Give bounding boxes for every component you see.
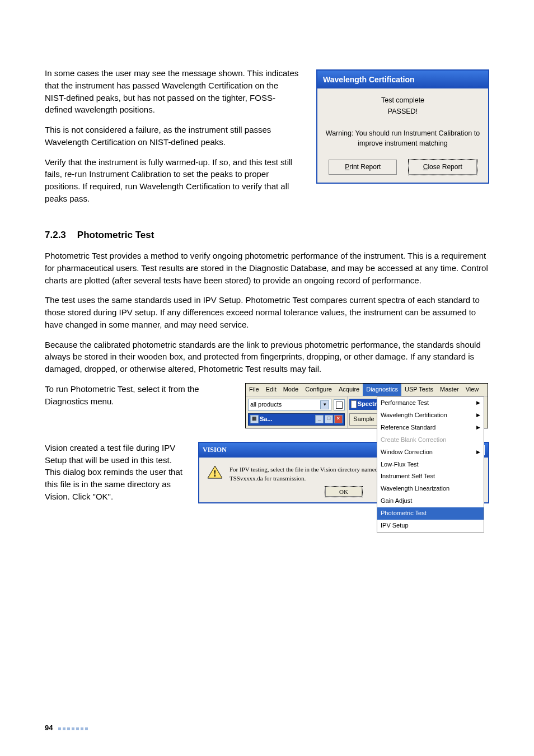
- menu-item-window-correction[interactable]: Window Correction▶: [377, 446, 484, 459]
- paragraph: Vision created a test file during IPV Se…: [45, 442, 188, 503]
- svg-text:!: !: [213, 469, 216, 478]
- paragraph: The test uses the same standards used in…: [45, 294, 489, 330]
- menu-view[interactable]: View: [462, 384, 483, 396]
- products-combo[interactable]: all products ▾: [248, 399, 331, 411]
- ok-button[interactable]: OK: [325, 487, 362, 497]
- close-report-button[interactable]: Close Report: [409, 160, 477, 175]
- close-button[interactable]: ×: [334, 415, 343, 423]
- menu-item-instrument-self-test[interactable]: Instrument Self Test: [377, 470, 484, 483]
- spectra-label: Spectr: [358, 400, 377, 409]
- section-title: Photometric Test: [77, 230, 154, 240]
- window-icon: ▦: [250, 415, 259, 423]
- paragraph: In some cases the user may see the messa…: [45, 67, 299, 116]
- section-heading: 7.2.3Photometric Test: [45, 228, 489, 242]
- minimize-button[interactable]: _: [315, 415, 324, 423]
- menu-diagnostics[interactable]: Diagnostics: [363, 384, 401, 396]
- menu-item-wavelength-certification[interactable]: Wavelength Certification▶: [377, 409, 484, 422]
- page-footer: 94: [45, 723, 90, 734]
- menu-item-low-flux-test[interactable]: Low-Flux Test: [377, 459, 484, 471]
- menu-mode[interactable]: Mode: [280, 384, 302, 396]
- section-number: 7.2.3: [45, 228, 66, 242]
- submenu-arrow-icon: ▶: [476, 399, 480, 407]
- menubar: FileEditModeConfigureAcquireDiagnosticsU…: [246, 384, 488, 396]
- dialog-title: Wavelength Certification: [317, 71, 488, 88]
- paragraph: Photometric Test provides a method to ve…: [45, 250, 489, 286]
- spectra-panel-title: Spectr: [349, 399, 378, 410]
- chart-icon: [351, 400, 357, 408]
- combo-value: all products: [250, 400, 282, 409]
- menu-item-gain-adjust[interactable]: Gain Adjust: [377, 495, 484, 507]
- menu-acquire[interactable]: Acquire: [335, 384, 363, 396]
- menu-edit[interactable]: Edit: [263, 384, 280, 396]
- submenu-arrow-icon: ▶: [476, 424, 480, 431]
- menu-usp-tests[interactable]: USP Tests: [401, 384, 437, 396]
- diagnostics-dropdown: Performance Test▶Wavelength Certificatio…: [377, 396, 484, 533]
- menu-item-performance-test[interactable]: Performance Test▶: [377, 397, 484, 409]
- diagnostics-menu-screenshot: FileEditModeConfigureAcquireDiagnosticsU…: [245, 383, 488, 428]
- status-passed: PASSED!: [323, 106, 483, 116]
- print-report-button[interactable]: Print Report: [329, 160, 397, 175]
- chevron-down-icon[interactable]: ▾: [320, 400, 329, 409]
- menu-item-photometric-test[interactable]: Photometric Test: [377, 507, 484, 520]
- menu-item-ipv-setup[interactable]: IPV Setup: [377, 520, 484, 532]
- menu-item-create-blank-correction: Create Blank Correction: [377, 434, 484, 446]
- menu-item-wavelength-linearization[interactable]: Wavelength Linearization: [377, 483, 484, 495]
- paragraph: Because the calibrated photometric stand…: [45, 339, 489, 375]
- page-number: 94: [45, 723, 53, 734]
- submenu-arrow-icon: ▶: [476, 412, 480, 419]
- warning-icon: !: [207, 465, 223, 479]
- status-complete: Test complete: [323, 95, 483, 105]
- footer-dots: [58, 723, 90, 734]
- wavelength-certification-dialog: Wavelength Certification Test complete P…: [316, 69, 489, 184]
- subwindow-title: Sa...: [260, 415, 314, 424]
- subwindow-titlebar: ▦ Sa... _ □ ×: [248, 413, 345, 426]
- paragraph: This is not considered a failure, as the…: [45, 124, 299, 148]
- paragraph: To run Photometric Test, select it from …: [45, 383, 235, 408]
- menu-file[interactable]: File: [246, 384, 263, 396]
- menu-item-reference-standard[interactable]: Reference Standard▶: [377, 422, 484, 434]
- menu-master[interactable]: Master: [437, 384, 462, 396]
- maximize-button[interactable]: □: [325, 415, 333, 423]
- menu-configure[interactable]: Configure: [302, 384, 335, 396]
- sample-button[interactable]: Sample: [349, 413, 378, 426]
- paragraph: Verify that the instrument is fully warm…: [45, 156, 299, 205]
- msgbox-title: VISION: [203, 445, 227, 455]
- warning-text: Warning: You should run Instrument Calib…: [323, 128, 483, 148]
- new-document-icon[interactable]: [334, 399, 345, 410]
- submenu-arrow-icon: ▶: [476, 449, 480, 456]
